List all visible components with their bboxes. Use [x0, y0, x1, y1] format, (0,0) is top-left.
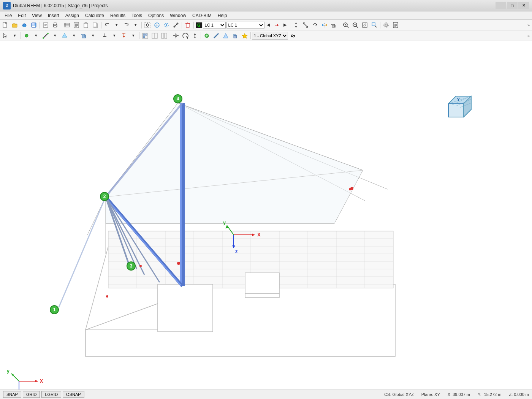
cs-select[interactable]: 1 - Global XYZ [252, 32, 288, 40]
menu-results[interactable]: Results [107, 11, 128, 20]
tb-extrude[interactable] [329, 21, 339, 29]
svg-marker-51 [295, 22, 297, 28]
svg-line-67 [364, 24, 366, 26]
menu-window[interactable]: Window [167, 11, 189, 20]
menu-assign[interactable]: Assign [62, 11, 82, 20]
tb-zoom-in[interactable] [341, 21, 350, 29]
tb-snap3[interactable] [162, 21, 171, 29]
tb-table[interactable] [62, 21, 71, 29]
tb-undo-dropdown[interactable]: ▾ [112, 21, 121, 29]
maximize-button[interactable]: □ [507, 2, 518, 9]
tb2-pan[interactable] [171, 32, 180, 40]
tb-mirror[interactable] [320, 21, 329, 29]
svg-point-106 [175, 35, 177, 37]
menu-file[interactable]: File [2, 11, 15, 20]
tb-zoom-out[interactable] [351, 21, 360, 29]
tb-snap4[interactable] [171, 21, 180, 29]
tb2-surface[interactable] [60, 32, 69, 40]
menu-insert[interactable]: Insert [45, 11, 62, 20]
tb-info[interactable] [391, 21, 400, 29]
svg-rect-19 [64, 23, 70, 27]
tb-save[interactable] [29, 21, 38, 29]
menu-options[interactable]: Options [145, 11, 167, 20]
tb2-toggle-surfaces[interactable] [221, 32, 230, 40]
node-4[interactable]: 4 [173, 94, 182, 103]
lc-btn1[interactable] [272, 21, 281, 29]
menu-tools[interactable]: Tools [128, 11, 145, 20]
tb-snap2[interactable] [152, 21, 162, 29]
svg-marker-50 [277, 24, 279, 26]
tb2-cursor[interactable] [1, 32, 10, 40]
title-text: Dlubal RFEM | 6.02.0015 | Stage_rf6 | Pr… [13, 3, 496, 8]
tb-undo-arrow[interactable] [103, 21, 112, 29]
tb2-view1[interactable] [141, 32, 150, 40]
svg-marker-114 [223, 33, 228, 38]
tb2-solid-drop[interactable]: ▾ [89, 32, 98, 40]
tb2-cursor-drop[interactable]: ▾ [10, 32, 19, 40]
tb2-toggle-members[interactable] [212, 32, 221, 40]
tb2-toggle-special[interactable] [240, 32, 249, 40]
tb2-support-drop[interactable]: ▾ [110, 32, 119, 40]
tb-snap1[interactable] [143, 21, 152, 29]
tb2-solid[interactable] [79, 32, 88, 40]
osnap-button[interactable]: OSNAP [63, 391, 84, 398]
tb2-node[interactable] [22, 32, 31, 40]
lc-next[interactable]: ▶ [282, 21, 288, 29]
tb-move[interactable] [291, 21, 301, 29]
tb2-support[interactable] [100, 32, 109, 40]
tb2-zoom-view[interactable] [190, 32, 200, 40]
lc-select-2[interactable]: LC 1 [226, 22, 264, 28]
node-1[interactable]: 1 [50, 305, 59, 314]
lgrid-button[interactable]: LGRID [41, 391, 61, 398]
tb2-toggle-solids[interactable] [231, 32, 240, 40]
tb-open[interactable] [10, 21, 19, 29]
tb2-cs-settings[interactable] [288, 32, 298, 40]
menu-view[interactable]: View [29, 11, 45, 20]
svg-point-167 [349, 188, 351, 190]
lc-select-1[interactable]: LC 1 [203, 22, 226, 28]
canvas-area[interactable]: X y z X y [0, 41, 532, 390]
tb2-line[interactable] [41, 32, 50, 40]
tb2-surface-drop[interactable]: ▾ [70, 32, 79, 40]
snap-button[interactable]: SNAP [3, 391, 21, 398]
tb2-view3[interactable] [160, 32, 169, 40]
node-2[interactable]: 2 [100, 192, 109, 201]
tb-redo-dropdown[interactable]: ▾ [131, 21, 140, 29]
lc-prev[interactable]: ◀ [265, 21, 271, 29]
tb-print-preview[interactable] [41, 21, 50, 29]
tb2-view2[interactable] [150, 32, 159, 40]
tb-zoom-fit[interactable] [360, 21, 369, 29]
tb-print[interactable] [51, 21, 60, 29]
tb-rotate[interactable] [310, 21, 320, 29]
tb-scale[interactable] [301, 21, 310, 29]
tb-copy[interactable] [91, 21, 100, 29]
sep2 [61, 22, 61, 28]
y-coord: Y: -15.272 m [478, 392, 501, 397]
svg-line-64 [356, 26, 358, 28]
tb2-rotate-view[interactable] [181, 32, 190, 40]
close-button[interactable]: ✕ [518, 2, 529, 9]
menu-edit[interactable]: Edit [15, 11, 29, 20]
z-coord: Z: 0.000 m [509, 392, 529, 397]
minimize-button[interactable]: ─ [496, 2, 506, 9]
tb2-load[interactable] [119, 32, 128, 40]
node-3[interactable]: 3 [127, 261, 136, 271]
grid-button[interactable]: GRID [23, 391, 40, 398]
menu-cadbim[interactable]: CAD-BIM [189, 11, 215, 20]
tb-report[interactable] [72, 21, 81, 29]
tb-delete[interactable] [183, 21, 192, 29]
tb2-node-drop[interactable]: ▾ [32, 32, 41, 40]
tb-cloud[interactable] [20, 21, 29, 29]
tb-clipboard[interactable] [81, 21, 90, 29]
tb2-line-drop[interactable]: ▾ [51, 32, 60, 40]
tb2-toggle-nodes[interactable] [202, 32, 211, 40]
tb2-load-drop[interactable]: ▾ [129, 32, 138, 40]
tb-zoom-window[interactable] [370, 21, 379, 29]
menu-help[interactable]: Help [215, 11, 230, 20]
tb-redo-arrow[interactable] [122, 21, 131, 29]
tb-settings[interactable] [382, 21, 391, 29]
menu-calculate[interactable]: Calculate [82, 11, 107, 20]
svg-rect-17 [54, 26, 56, 27]
viewport[interactable]: X y z X y [0, 41, 532, 390]
tb-new[interactable] [1, 21, 10, 29]
